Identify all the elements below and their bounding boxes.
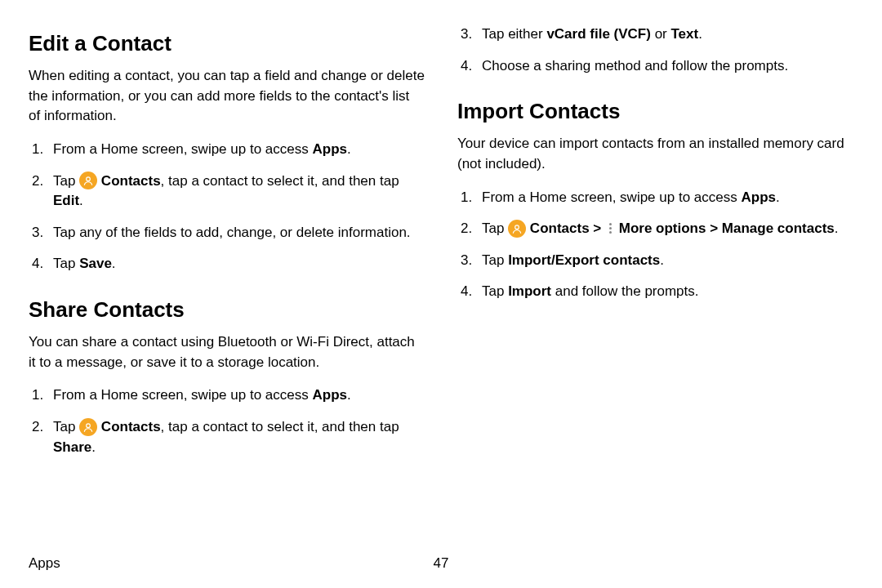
contacts-icon [79,418,97,436]
intro-import-contacts: Your device can import contacts from an … [457,134,853,174]
step-item: From a Home screen, swipe up to access A… [29,385,425,406]
contacts-icon [508,220,526,238]
intro-edit-contact: When editing a contact, you can tap a fi… [29,66,425,127]
step-item: From a Home screen, swipe up to access A… [29,140,425,160]
intro-share-contacts: You can share a contact using Bluetooth … [29,332,425,372]
svg-point-1 [87,423,91,427]
step-item: From a Home screen, swipe up to access A… [457,188,853,208]
steps-import-contacts: From a Home screen, swipe up to access A… [457,188,853,303]
step-item: Choose a sharing method and follow the p… [457,56,853,77]
step-item: Tap Contacts, tap a contact to select it… [29,172,425,212]
svg-point-2 [515,225,519,229]
step-item: Tap either vCard file (VCF) or Text. [457,24,853,45]
right-column: Tap either vCard file (VCF) or Text. Cho… [457,24,853,469]
more-options-icon [605,221,615,236]
step-item: Tap Save. [29,254,425,274]
step-item: Tap Import and follow the prompts. [457,282,853,302]
step-item: Tap Contacts, tap a contact to select it… [29,417,425,457]
left-column: Edit a Contact When editing a contact, y… [29,24,425,469]
step-item: Tap Contacts > More options > Manage con… [457,219,853,239]
footer: Apps 47 [29,555,853,572]
contacts-icon [79,172,97,189]
steps-share-contacts: From a Home screen, swipe up to access A… [29,385,425,457]
steps-edit-contact: From a Home screen, swipe up to access A… [29,140,425,274]
heading-share-contacts: Share Contacts [29,297,425,323]
svg-point-0 [87,177,91,181]
footer-section-label: Apps [29,555,60,572]
steps-share-continued: Tap either vCard file (VCF) or Text. Cho… [457,24,853,76]
heading-edit-contact: Edit a Contact [29,31,425,56]
footer-page-number: 47 [434,555,449,572]
step-item: Tap Import/Export contacts. [457,251,853,271]
step-item: Tap any of the fields to add, change, or… [29,223,425,243]
heading-import-contacts: Import Contacts [457,99,853,124]
